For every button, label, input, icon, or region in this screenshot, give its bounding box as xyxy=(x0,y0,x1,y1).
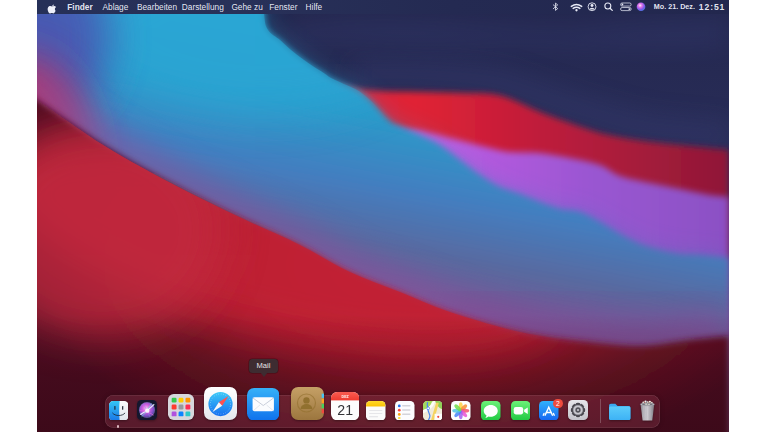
svg-text:DEZ: DEZ xyxy=(341,395,349,399)
svg-text:21: 21 xyxy=(337,402,353,418)
